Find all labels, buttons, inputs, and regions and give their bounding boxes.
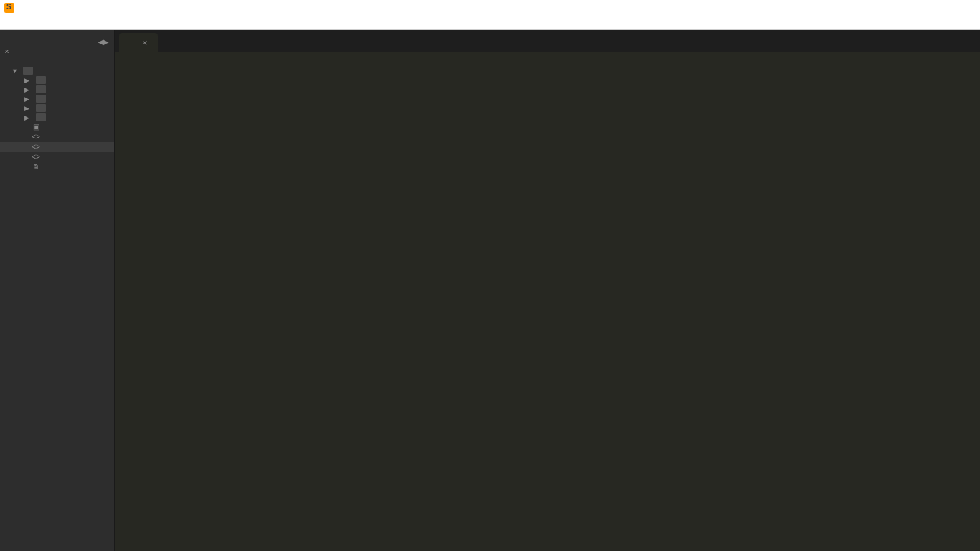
image-file-icon: ▣ [32, 123, 40, 131]
open-files-header: ◂ ▸ [0, 30, 114, 50]
folder-icon [23, 67, 33, 75]
code-area[interactable] [115, 52, 980, 551]
chevron-down-icon: ▼ [11, 67, 19, 75]
folder-js[interactable]: ▶ [0, 113, 114, 122]
chevron-right-icon: ▶ [24, 105, 32, 112]
sidebar: ◂ ▸ ▼ ▶ ▶ ▶ ▶ [0, 30, 115, 551]
open-file-item[interactable] [0, 50, 114, 53]
folder-fonts[interactable]: ▶ [0, 94, 114, 103]
menu-view[interactable] [60, 22, 75, 24]
code-file-icon: <> [32, 143, 40, 151]
menu-goto[interactable] [75, 22, 89, 24]
title-bar [0, 0, 980, 16]
code-file-icon: <> [32, 153, 40, 161]
folder-icon [36, 76, 46, 84]
menu-help[interactable] [132, 22, 146, 24]
folder-css[interactable]: ▶ [0, 85, 114, 94]
chevron-right-icon: ▶ [24, 95, 32, 103]
chevron-right-icon: ▶ [24, 114, 32, 121]
chevron-right-icon: ▶ [24, 86, 32, 93]
folder-icon [36, 95, 46, 103]
folders-header [0, 53, 114, 66]
folder-icon [36, 113, 46, 121]
file-google[interactable]: <> [0, 132, 114, 142]
folder-source[interactable]: ▶ [0, 75, 114, 85]
chevron-right-icon: ▶ [24, 77, 32, 84]
menu-find[interactable] [46, 22, 60, 24]
menu-bar [0, 16, 980, 30]
menu-preferences[interactable] [118, 22, 132, 24]
file-prepros[interactable]: 🗎 [0, 162, 114, 172]
menu-edit[interactable] [17, 22, 32, 24]
tab-bar: × [115, 30, 980, 52]
nav-arrows-icon[interactable]: ◂ ▸ [98, 36, 107, 47]
line-number-gutter [115, 52, 151, 551]
folder-root[interactable]: ▼ [0, 66, 114, 75]
folder-icon [36, 85, 46, 93]
tab-index[interactable]: × [119, 33, 158, 52]
file-favicon[interactable]: ▣ [0, 122, 114, 132]
folder-icon [36, 104, 46, 112]
menu-file[interactable] [3, 22, 17, 24]
file-index[interactable]: <> [0, 142, 114, 152]
app-icon [4, 3, 14, 13]
folder-img[interactable]: ▶ [0, 103, 114, 113]
menu-selection[interactable] [32, 22, 46, 24]
menu-tools[interactable] [89, 22, 103, 24]
file-itprofessions[interactable]: <> [0, 152, 114, 162]
code-content[interactable] [151, 52, 980, 551]
menu-project[interactable] [103, 22, 118, 24]
editor-area: × [115, 30, 980, 551]
text-file-icon: 🗎 [32, 163, 40, 171]
close-icon[interactable]: × [142, 37, 148, 48]
code-file-icon: <> [32, 133, 40, 141]
